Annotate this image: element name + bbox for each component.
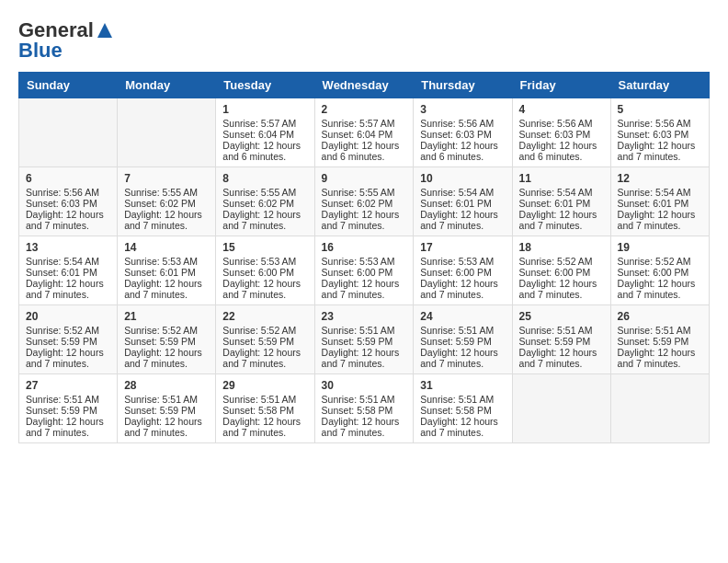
day-number: 11 [519,172,604,185]
day-number: 8 [222,172,307,185]
calendar-cell: 6Sunrise: 5:56 AMSunset: 6:03 PMDaylight… [19,167,118,236]
sunset-text: Sunset: 5:59 PM [26,336,110,347]
calendar-cell: 8Sunrise: 5:55 AMSunset: 6:02 PMDaylight… [216,167,314,236]
calendar-cell: 11Sunrise: 5:54 AMSunset: 6:01 PMDayligh… [512,167,610,236]
daylight-text: Daylight: 12 hours and 7 minutes. [420,347,505,369]
daylight-text: Daylight: 12 hours and 7 minutes. [222,209,307,231]
daylight-text: Daylight: 12 hours and 7 minutes. [222,416,307,438]
day-number: 30 [322,379,407,392]
calendar-cell: 4Sunrise: 5:56 AMSunset: 6:03 PMDaylight… [512,98,610,167]
logo: General Blue [18,18,114,63]
weekday-header: Wednesday [314,73,414,98]
sunset-text: Sunset: 6:01 PM [618,198,702,209]
sunset-text: Sunset: 6:01 PM [26,267,110,278]
day-number: 10 [420,172,505,185]
day-number: 31 [420,379,505,392]
calendar-cell: 2Sunrise: 5:57 AMSunset: 6:04 PMDaylight… [314,98,414,167]
daylight-text: Daylight: 12 hours and 7 minutes. [322,347,407,369]
weekday-header: Tuesday [216,73,314,98]
calendar-week-row: 20Sunrise: 5:52 AMSunset: 5:59 PMDayligh… [19,305,710,374]
calendar-cell [610,374,709,443]
calendar-cell: 12Sunrise: 5:54 AMSunset: 6:01 PMDayligh… [610,167,709,236]
calendar-cell: 16Sunrise: 5:53 AMSunset: 6:00 PMDayligh… [314,236,414,305]
sunrise-text: Sunrise: 5:56 AM [618,118,702,129]
calendar-cell [512,374,610,443]
sunrise-text: Sunrise: 5:51 AM [420,325,505,336]
daylight-text: Daylight: 12 hours and 7 minutes. [618,278,702,300]
daylight-text: Daylight: 12 hours and 7 minutes. [124,209,209,231]
calendar-cell: 20Sunrise: 5:52 AMSunset: 5:59 PMDayligh… [19,305,118,374]
sunrise-text: Sunrise: 5:52 AM [26,325,110,336]
daylight-text: Daylight: 12 hours and 7 minutes. [124,347,209,369]
sunset-text: Sunset: 6:01 PM [519,198,604,209]
sunrise-text: Sunrise: 5:52 AM [519,256,604,267]
sunrise-text: Sunrise: 5:51 AM [420,394,505,405]
calendar-cell: 17Sunrise: 5:53 AMSunset: 6:00 PMDayligh… [414,236,512,305]
daylight-text: Daylight: 12 hours and 7 minutes. [618,209,702,231]
calendar-table: SundayMondayTuesdayWednesdayThursdayFrid… [18,72,710,443]
sunset-text: Sunset: 6:04 PM [222,129,307,140]
logo-blue-text: Blue [18,39,63,63]
sunrise-text: Sunrise: 5:54 AM [420,187,505,198]
sunset-text: Sunset: 6:03 PM [519,129,604,140]
calendar-week-row: 13Sunrise: 5:54 AMSunset: 6:01 PMDayligh… [19,236,710,305]
sunset-text: Sunset: 6:04 PM [322,129,407,140]
calendar-cell: 18Sunrise: 5:52 AMSunset: 6:00 PMDayligh… [512,236,610,305]
calendar-week-row: 27Sunrise: 5:51 AMSunset: 5:59 PMDayligh… [19,374,710,443]
daylight-text: Daylight: 12 hours and 6 minutes. [519,140,604,162]
calendar-cell: 3Sunrise: 5:56 AMSunset: 6:03 PMDaylight… [414,98,512,167]
sunrise-text: Sunrise: 5:55 AM [124,187,209,198]
calendar-cell: 10Sunrise: 5:54 AMSunset: 6:01 PMDayligh… [414,167,512,236]
sunrise-text: Sunrise: 5:56 AM [519,118,604,129]
day-number: 19 [618,241,702,254]
day-number: 9 [322,172,407,185]
sunrise-text: Sunrise: 5:52 AM [222,325,307,336]
svg-marker-0 [97,23,112,38]
calendar-cell: 21Sunrise: 5:52 AMSunset: 5:59 PMDayligh… [118,305,216,374]
sunrise-text: Sunrise: 5:52 AM [124,325,209,336]
sunrise-text: Sunrise: 5:51 AM [618,325,702,336]
sunrise-text: Sunrise: 5:54 AM [618,187,702,198]
day-number: 3 [420,103,505,116]
sunrise-text: Sunrise: 5:53 AM [124,256,209,267]
daylight-text: Daylight: 12 hours and 7 minutes. [222,347,307,369]
sunset-text: Sunset: 6:01 PM [124,267,209,278]
daylight-text: Daylight: 12 hours and 7 minutes. [322,278,407,300]
daylight-text: Daylight: 12 hours and 6 minutes. [222,140,307,162]
sunset-text: Sunset: 5:59 PM [618,336,702,347]
sunset-text: Sunset: 5:59 PM [222,336,307,347]
day-number: 15 [222,241,307,254]
day-number: 14 [124,241,209,254]
sunset-text: Sunset: 6:00 PM [322,267,407,278]
day-number: 28 [124,379,209,392]
daylight-text: Daylight: 12 hours and 7 minutes. [519,209,604,231]
day-number: 6 [26,172,110,185]
weekday-header: Thursday [414,73,512,98]
sunset-text: Sunset: 6:00 PM [420,267,505,278]
sunrise-text: Sunrise: 5:56 AM [26,187,110,198]
calendar-cell: 1Sunrise: 5:57 AMSunset: 6:04 PMDaylight… [216,98,314,167]
day-number: 5 [618,103,702,116]
sunrise-text: Sunrise: 5:51 AM [26,394,110,405]
sunset-text: Sunset: 5:58 PM [420,405,505,416]
calendar-cell: 24Sunrise: 5:51 AMSunset: 5:59 PMDayligh… [414,305,512,374]
day-number: 23 [322,310,407,323]
daylight-text: Daylight: 12 hours and 7 minutes. [420,209,505,231]
sunset-text: Sunset: 6:03 PM [26,198,110,209]
day-number: 22 [222,310,307,323]
calendar-cell [19,98,118,167]
daylight-text: Daylight: 12 hours and 7 minutes. [519,347,604,369]
daylight-text: Daylight: 12 hours and 7 minutes. [618,140,702,162]
daylight-text: Daylight: 12 hours and 7 minutes. [322,416,407,438]
sunrise-text: Sunrise: 5:54 AM [26,256,110,267]
sunrise-text: Sunrise: 5:56 AM [420,118,505,129]
day-number: 13 [26,241,110,254]
calendar-cell: 7Sunrise: 5:55 AMSunset: 6:02 PMDaylight… [118,167,216,236]
day-number: 27 [26,379,110,392]
day-number: 4 [519,103,604,116]
calendar-cell: 22Sunrise: 5:52 AMSunset: 5:59 PMDayligh… [216,305,314,374]
calendar-cell: 31Sunrise: 5:51 AMSunset: 5:58 PMDayligh… [414,374,512,443]
calendar-cell: 23Sunrise: 5:51 AMSunset: 5:59 PMDayligh… [314,305,414,374]
daylight-text: Daylight: 12 hours and 7 minutes. [124,278,209,300]
sunrise-text: Sunrise: 5:53 AM [222,256,307,267]
